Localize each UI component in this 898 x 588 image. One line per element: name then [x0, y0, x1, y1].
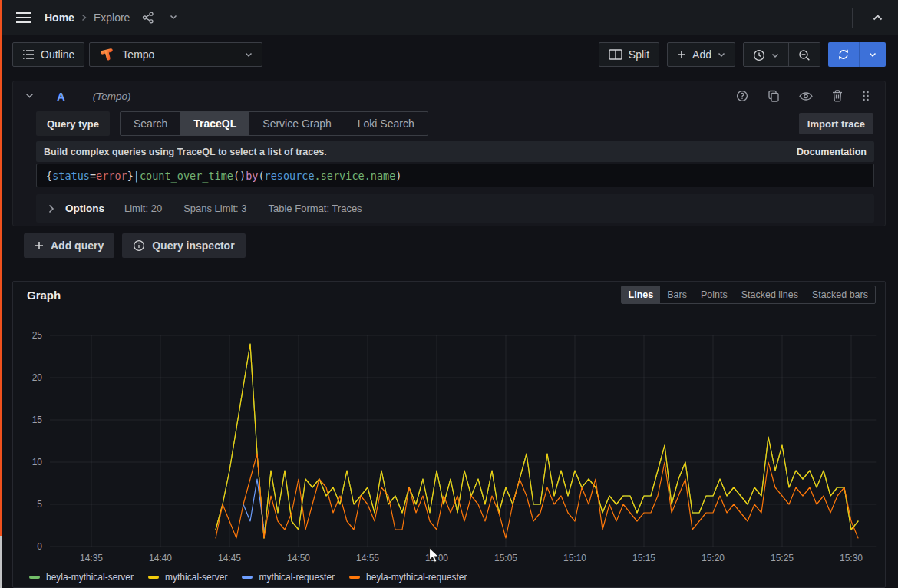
explore-toolbar: Outline Tempo Split Add — [12, 42, 886, 67]
svg-text:14:40: 14:40 — [149, 553, 172, 563]
chart-legend: beyla-mythical-servermythical-servermyth… — [29, 572, 467, 583]
tempo-datasource-icon — [99, 47, 116, 62]
add-label: Add — [692, 48, 711, 61]
chevron-down-icon — [771, 53, 779, 58]
svg-text:10: 10 — [32, 457, 43, 467]
options-table-format: Table Format: Traces — [269, 203, 362, 214]
query-type-loki-search[interactable]: Loki Search — [345, 112, 428, 135]
top-nav-bar: Home Explore — [0, 0, 898, 35]
import-trace-button[interactable]: Import trace — [799, 113, 873, 134]
svg-text:15:30: 15:30 — [840, 553, 863, 563]
refresh-interval-caret-button[interactable] — [860, 42, 886, 67]
svg-text:14:50: 14:50 — [287, 553, 310, 563]
legend-label: beyla-mythical-requester — [366, 572, 467, 583]
traceql-help-bar: Build complex queries using TraceQL to s… — [36, 141, 874, 162]
split-panes-icon — [609, 49, 622, 60]
add-query-button[interactable]: Add query — [24, 233, 114, 258]
legend-item-beyla-mythical-requester[interactable]: beyla-mythical-requester — [349, 572, 467, 583]
legend-item-beyla-mythical-server[interactable]: beyla-mythical-server — [29, 572, 134, 583]
options-label[interactable]: Options — [65, 203, 104, 214]
drag-query-handle[interactable] — [859, 88, 873, 104]
traceql-query-input[interactable]: {status=error} | count_over_time() by (r… — [36, 164, 874, 187]
legend-swatch — [29, 576, 40, 579]
query-type-label: Query type — [36, 111, 110, 136]
legend-item-mythical-server[interactable]: mythical-server — [148, 572, 227, 583]
options-expand-chevron-icon[interactable] — [48, 204, 54, 213]
legend-swatch — [148, 576, 159, 579]
share-caret-button[interactable] — [167, 12, 180, 23]
svg-text:25: 25 — [32, 330, 43, 341]
breadcrumb: Home Explore — [45, 12, 130, 24]
hamburger-icon — [15, 12, 32, 24]
refresh-icon — [837, 48, 850, 61]
query-ref-id: A — [57, 90, 65, 103]
question-circle-icon — [736, 90, 748, 102]
query-type-service-graph[interactable]: Service Graph — [249, 112, 344, 135]
graph-style-radio-group: Lines Bars Points Stacked lines Stacked … — [621, 286, 876, 304]
graph-mode-points[interactable]: Points — [694, 286, 735, 303]
legend-label: mythical-requester — [259, 572, 335, 583]
legend-swatch — [349, 576, 360, 579]
share-shortlink-button[interactable] — [139, 8, 157, 27]
zoom-out-time-button[interactable] — [789, 43, 820, 67]
query-header-actions — [733, 87, 873, 105]
refresh-button[interactable] — [828, 42, 859, 67]
query-datasource-hint: (Tempo) — [93, 91, 131, 102]
add-button[interactable]: Add — [667, 42, 735, 67]
svg-text:14:45: 14:45 — [218, 553, 241, 563]
legend-item-mythical-requester[interactable]: mythical-requester — [242, 572, 335, 583]
timeseries-chart[interactable]: 051015202514:3514:4014:4514:5014:5515:00… — [13, 308, 885, 572]
disable-query-button[interactable] — [796, 88, 816, 104]
outline-label: Outline — [41, 48, 74, 61]
code-token: } — [127, 170, 134, 182]
code-token: ( — [258, 170, 264, 182]
query-editor-card: A (Tempo) Query type Search TraceQL S — [12, 81, 886, 226]
breadcrumb-home[interactable]: Home — [45, 12, 74, 24]
breadcrumb-explore[interactable]: Explore — [94, 12, 130, 24]
datasource-picker[interactable]: Tempo — [89, 42, 262, 67]
plus-icon — [35, 241, 44, 250]
collapse-query-chevron-icon[interactable] — [25, 93, 34, 99]
legend-label: beyla-mythical-server — [46, 572, 134, 583]
query-help-button[interactable] — [733, 87, 751, 105]
svg-text:15: 15 — [32, 415, 43, 425]
chevron-down-icon — [245, 52, 253, 58]
graph-mode-lines[interactable]: Lines — [622, 286, 661, 303]
query-inspector-button[interactable]: Query inspector — [122, 233, 245, 258]
query-row-header[interactable]: A (Tempo) — [13, 81, 885, 111]
code-token: { — [46, 170, 52, 182]
documentation-link[interactable]: Documentation — [797, 147, 867, 157]
legend-label: mythical-server — [165, 572, 227, 583]
graph-mode-stacked-lines[interactable]: Stacked lines — [735, 286, 805, 303]
outline-button[interactable]: Outline — [12, 42, 84, 67]
legend-swatch — [242, 576, 253, 579]
query-type-traceql[interactable]: TraceQL — [180, 112, 249, 135]
search-minus-icon — [798, 49, 811, 61]
split-button[interactable]: Split — [599, 42, 659, 67]
graph-mode-bars[interactable]: Bars — [660, 286, 694, 303]
svg-text:15:20: 15:20 — [702, 553, 725, 563]
mega-menu-toggle-button[interactable] — [12, 8, 35, 27]
info-circle-icon — [133, 239, 145, 252]
window-edge-scrollbar — [0, 536, 2, 588]
plus-icon — [677, 50, 686, 59]
copy-icon — [768, 90, 780, 102]
svg-text:20: 20 — [32, 372, 43, 383]
query-options-row: Options Limit: 20 Spans Limit: 3 Table F… — [36, 194, 874, 223]
query-type-search[interactable]: Search — [121, 112, 180, 135]
chevron-down-icon — [170, 15, 177, 20]
duplicate-query-button[interactable] — [764, 87, 783, 105]
datasource-name: Tempo — [122, 48, 154, 61]
collapse-topbar-button[interactable] — [870, 12, 886, 24]
time-picker-button[interactable] — [744, 43, 788, 67]
time-picker-group — [743, 42, 820, 67]
graph-mode-stacked-bars[interactable]: Stacked bars — [805, 286, 875, 303]
code-token: resource — [265, 170, 315, 182]
add-query-label: Add query — [51, 239, 104, 252]
clock-icon — [753, 49, 765, 61]
split-label: Split — [629, 48, 649, 61]
options-limit: Limit: 20 — [124, 203, 162, 214]
svg-text:15:25: 15:25 — [771, 553, 794, 563]
svg-text:5: 5 — [37, 499, 42, 510]
remove-query-button[interactable] — [829, 87, 846, 105]
